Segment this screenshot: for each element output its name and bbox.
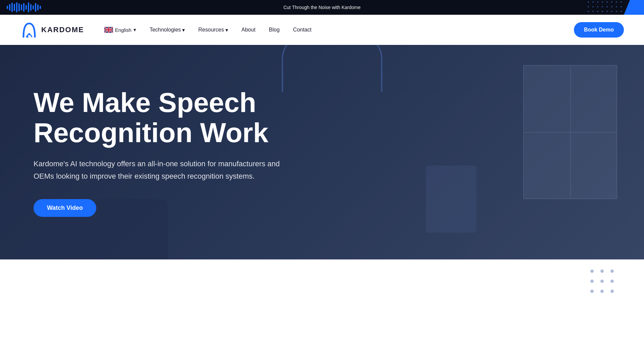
watch-video-button[interactable]: Watch Video [34, 199, 96, 217]
dot [592, 1, 594, 3]
blue-corner-decoration [624, 0, 644, 15]
uk-flag-icon [104, 27, 113, 33]
dot [606, 6, 608, 7]
book-demo-button[interactable]: Book Demo [574, 22, 624, 38]
nav-links: Technologies ▾ Resources ▾ About Blog Co… [150, 27, 574, 33]
waveform-bar-10 [28, 2, 29, 12]
chevron-down-icon: ▾ [225, 27, 228, 33]
nav-item-technologies[interactable]: Technologies ▾ [150, 27, 185, 33]
dot [616, 6, 617, 7]
logo-text: KARDOME [41, 25, 84, 34]
waveform-bar-1 [7, 6, 8, 9]
below-hero-section [0, 259, 644, 316]
nav-item-blog-label: Blog [269, 27, 280, 33]
waveform-icon [7, 2, 41, 12]
waveform-bar-3 [11, 3, 13, 12]
dot [602, 6, 603, 7]
dot-br-3 [610, 269, 614, 273]
hero-section: We Make Speech Recognition Work Kardome'… [0, 45, 644, 259]
hero-title-line2: Recognition Work [34, 117, 268, 148]
dot [606, 1, 608, 3]
dot-br-1 [590, 269, 594, 273]
dot [597, 1, 598, 3]
nav-item-about-label: About [241, 27, 256, 33]
hero-subtitle: Kardome's AI technology offers an all-in… [34, 158, 285, 182]
nav-logo[interactable]: ◉ KARDOME [20, 21, 84, 39]
waveform-bar-14 [37, 4, 39, 10]
dot [592, 6, 594, 7]
nav-item-blog[interactable]: Blog [269, 27, 280, 33]
dot-br-4 [590, 280, 594, 283]
dot [611, 11, 612, 12]
waveform-bar-8 [23, 3, 24, 12]
waveform-bar-12 [33, 5, 34, 9]
dot [602, 1, 603, 3]
hero-title-line1: We Make Speech [34, 87, 256, 118]
chevron-down-icon: ▾ [133, 27, 136, 33]
waveform-bar-4 [14, 4, 15, 11]
dot-br-2 [600, 269, 604, 273]
dot [621, 1, 622, 3]
waveform-bar-5 [16, 2, 17, 12]
hero-title: We Make Speech Recognition Work [34, 87, 335, 148]
dot [597, 6, 598, 7]
dot [597, 11, 598, 12]
dot [588, 6, 589, 7]
navigation: ◉ KARDOME English ▾ Technologies ▾ Resou… [0, 15, 644, 45]
dots-pattern-top [588, 1, 624, 14]
nav-item-about[interactable]: About [241, 27, 256, 33]
dot [611, 6, 612, 7]
waveform-bar-7 [21, 4, 22, 10]
dot [621, 6, 622, 7]
dot-br-6 [610, 280, 614, 283]
dot [611, 1, 612, 3]
dot [621, 11, 622, 12]
dot [606, 11, 608, 12]
chevron-down-icon: ▾ [182, 27, 185, 33]
dot-br-9 [610, 290, 614, 293]
nav-item-resources-label: Resources [198, 27, 224, 33]
language-selector[interactable]: English ▾ [104, 27, 136, 33]
waveform-bar-6 [18, 3, 20, 11]
nav-item-contact[interactable]: Contact [293, 27, 312, 33]
waveform-bar-15 [40, 6, 41, 9]
nav-item-technologies-label: Technologies [150, 27, 181, 33]
dot [602, 11, 603, 12]
dots-pattern-bottom-right [587, 266, 617, 296]
language-label: English [115, 27, 131, 33]
dot-br-5 [600, 280, 604, 283]
waveform-bar-11 [30, 4, 32, 11]
kardome-logo-icon: ◉ [20, 21, 39, 39]
nav-item-contact-label: Contact [293, 27, 312, 33]
waveform-bar-13 [35, 3, 36, 12]
hero-content: We Make Speech Recognition Work Kardome'… [0, 45, 644, 259]
announcement-text: Cut Through the Noise with Kardome [283, 5, 361, 10]
dot [588, 1, 589, 3]
dot [616, 11, 617, 12]
dot [616, 1, 617, 3]
nav-item-resources[interactable]: Resources ▾ [198, 27, 228, 33]
dot [588, 11, 589, 12]
dot-br-8 [600, 290, 604, 293]
announcement-bar: Cut Through the Noise with Kardome [0, 0, 644, 15]
dot [592, 11, 594, 12]
svg-text:◉: ◉ [26, 35, 29, 38]
waveform-bar-2 [9, 4, 10, 11]
dot-br-7 [590, 290, 594, 293]
waveform-bar-9 [25, 5, 27, 10]
